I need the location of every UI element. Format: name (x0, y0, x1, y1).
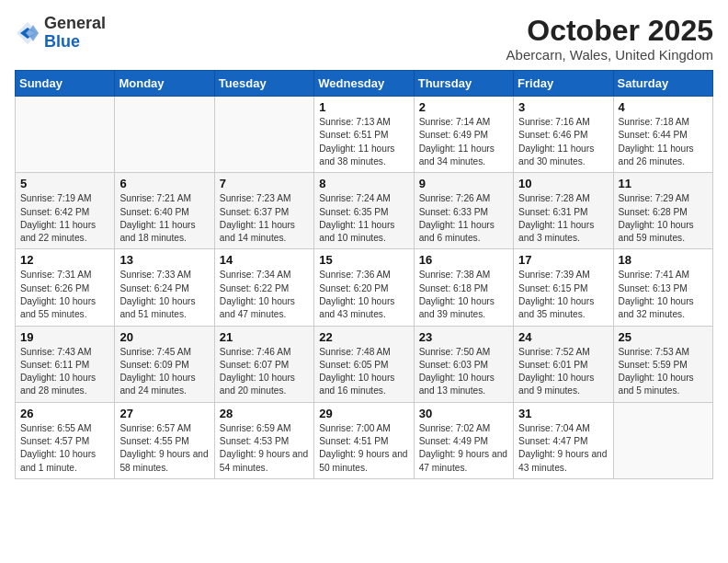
calendar-cell: 3Sunrise: 7:16 AM Sunset: 6:46 PM Daylig… (514, 97, 613, 173)
logo-blue: Blue (44, 32, 80, 51)
day-number: 4 (619, 100, 708, 114)
day-info: Sunrise: 7:14 AM Sunset: 6:49 PM Dayligh… (419, 116, 508, 168)
calendar-cell: 1Sunrise: 7:13 AM Sunset: 6:51 PM Daylig… (314, 97, 414, 173)
calendar-cell (214, 97, 313, 173)
calendar-cell: 29Sunrise: 7:00 AM Sunset: 4:51 PM Dayli… (314, 402, 414, 478)
day-number: 14 (220, 253, 309, 267)
day-info: Sunrise: 7:02 AM Sunset: 4:49 PM Dayligh… (419, 422, 508, 475)
weekday-header: Tuesday (214, 71, 313, 97)
day-info: Sunrise: 7:36 AM Sunset: 6:20 PM Dayligh… (319, 269, 408, 321)
logo-icon (15, 20, 40, 46)
calendar-cell: 20Sunrise: 7:45 AM Sunset: 6:09 PM Dayli… (115, 326, 214, 402)
day-info: Sunrise: 7:31 AM Sunset: 6:26 PM Dayligh… (20, 269, 109, 321)
calendar-cell: 10Sunrise: 7:28 AM Sunset: 6:31 PM Dayli… (514, 173, 613, 249)
day-number: 2 (419, 100, 508, 114)
calendar-week-row: 19Sunrise: 7:43 AM Sunset: 6:11 PM Dayli… (16, 326, 713, 402)
calendar-cell: 15Sunrise: 7:36 AM Sunset: 6:20 PM Dayli… (314, 249, 414, 326)
calendar-cell: 13Sunrise: 7:33 AM Sunset: 6:24 PM Dayli… (115, 249, 214, 326)
calendar-cell: 24Sunrise: 7:52 AM Sunset: 6:01 PM Dayli… (514, 326, 613, 402)
calendar-cell: 11Sunrise: 7:29 AM Sunset: 6:28 PM Dayli… (613, 173, 712, 249)
logo-text: General Blue (44, 15, 106, 52)
calendar-cell: 8Sunrise: 7:24 AM Sunset: 6:35 PM Daylig… (314, 173, 414, 249)
day-info: Sunrise: 7:39 AM Sunset: 6:15 PM Dayligh… (518, 269, 608, 321)
calendar-cell: 26Sunrise: 6:55 AM Sunset: 4:57 PM Dayli… (16, 402, 115, 478)
day-number: 27 (119, 407, 209, 420)
day-number: 6 (119, 177, 209, 190)
day-number: 5 (20, 177, 109, 190)
day-info: Sunrise: 7:50 AM Sunset: 6:03 PM Dayligh… (419, 346, 508, 398)
day-info: Sunrise: 7:16 AM Sunset: 6:46 PM Dayligh… (518, 116, 608, 168)
day-info: Sunrise: 7:00 AM Sunset: 4:51 PM Dayligh… (319, 422, 408, 475)
day-info: Sunrise: 7:48 AM Sunset: 6:05 PM Dayligh… (319, 346, 408, 398)
day-number: 24 (518, 330, 608, 344)
logo: General Blue (15, 15, 106, 52)
weekday-header: Saturday (613, 71, 712, 97)
calendar-cell (16, 97, 115, 173)
calendar-cell (613, 402, 712, 478)
day-number: 31 (518, 407, 608, 420)
location-title: Abercarn, Wales, United Kingdom (506, 47, 713, 63)
calendar-cell: 17Sunrise: 7:39 AM Sunset: 6:15 PM Dayli… (514, 249, 613, 326)
calendar-week-row: 12Sunrise: 7:31 AM Sunset: 6:26 PM Dayli… (16, 249, 713, 326)
logo-general: General (44, 14, 106, 32)
day-number: 13 (119, 253, 209, 267)
day-info: Sunrise: 7:04 AM Sunset: 4:47 PM Dayligh… (518, 422, 608, 475)
calendar-cell: 31Sunrise: 7:04 AM Sunset: 4:47 PM Dayli… (514, 402, 613, 478)
day-info: Sunrise: 7:19 AM Sunset: 6:42 PM Dayligh… (20, 192, 109, 245)
day-info: Sunrise: 7:45 AM Sunset: 6:09 PM Dayligh… (119, 346, 209, 398)
day-info: Sunrise: 7:18 AM Sunset: 6:44 PM Dayligh… (619, 116, 708, 168)
weekday-header-row: SundayMondayTuesdayWednesdayThursdayFrid… (16, 71, 713, 97)
day-number: 30 (419, 407, 508, 420)
day-info: Sunrise: 7:53 AM Sunset: 5:59 PM Dayligh… (619, 346, 708, 398)
calendar-cell: 28Sunrise: 6:59 AM Sunset: 4:53 PM Dayli… (214, 402, 313, 478)
calendar-cell: 27Sunrise: 6:57 AM Sunset: 4:55 PM Dayli… (115, 402, 214, 478)
calendar-cell: 12Sunrise: 7:31 AM Sunset: 6:26 PM Dayli… (16, 249, 115, 326)
day-number: 9 (419, 177, 508, 190)
calendar-week-row: 5Sunrise: 7:19 AM Sunset: 6:42 PM Daylig… (16, 173, 713, 249)
calendar-cell: 14Sunrise: 7:34 AM Sunset: 6:22 PM Dayli… (214, 249, 313, 326)
calendar-cell: 5Sunrise: 7:19 AM Sunset: 6:42 PM Daylig… (16, 173, 115, 249)
day-info: Sunrise: 6:59 AM Sunset: 4:53 PM Dayligh… (220, 422, 309, 475)
day-number: 20 (119, 330, 209, 344)
calendar-cell: 22Sunrise: 7:48 AM Sunset: 6:05 PM Dayli… (314, 326, 414, 402)
calendar-cell: 18Sunrise: 7:41 AM Sunset: 6:13 PM Dayli… (613, 249, 712, 326)
day-info: Sunrise: 7:41 AM Sunset: 6:13 PM Dayligh… (619, 269, 708, 321)
calendar-cell: 25Sunrise: 7:53 AM Sunset: 5:59 PM Dayli… (613, 326, 712, 402)
calendar-week-row: 26Sunrise: 6:55 AM Sunset: 4:57 PM Dayli… (16, 402, 713, 478)
day-info: Sunrise: 7:26 AM Sunset: 6:33 PM Dayligh… (419, 192, 508, 245)
calendar-cell: 23Sunrise: 7:50 AM Sunset: 6:03 PM Dayli… (414, 326, 513, 402)
day-info: Sunrise: 7:23 AM Sunset: 6:37 PM Dayligh… (220, 192, 309, 245)
day-number: 11 (619, 177, 708, 190)
calendar-cell: 16Sunrise: 7:38 AM Sunset: 6:18 PM Dayli… (414, 249, 513, 326)
day-number: 15 (319, 253, 408, 267)
day-number: 17 (518, 253, 608, 267)
day-info: Sunrise: 7:29 AM Sunset: 6:28 PM Dayligh… (619, 192, 708, 245)
calendar-cell: 9Sunrise: 7:26 AM Sunset: 6:33 PM Daylig… (414, 173, 513, 249)
day-info: Sunrise: 7:52 AM Sunset: 6:01 PM Dayligh… (518, 346, 608, 398)
day-info: Sunrise: 7:43 AM Sunset: 6:11 PM Dayligh… (20, 346, 109, 398)
day-number: 26 (20, 407, 109, 420)
day-info: Sunrise: 7:33 AM Sunset: 6:24 PM Dayligh… (119, 269, 209, 321)
weekday-header: Sunday (16, 71, 115, 97)
day-number: 22 (319, 330, 408, 344)
day-info: Sunrise: 6:57 AM Sunset: 4:55 PM Dayligh… (119, 422, 209, 475)
calendar-cell: 4Sunrise: 7:18 AM Sunset: 6:44 PM Daylig… (613, 97, 712, 173)
month-title: October 2025 (506, 15, 713, 47)
day-number: 8 (319, 177, 408, 190)
day-info: Sunrise: 7:21 AM Sunset: 6:40 PM Dayligh… (119, 192, 209, 245)
calendar-week-row: 1Sunrise: 7:13 AM Sunset: 6:51 PM Daylig… (16, 97, 713, 173)
calendar-cell: 19Sunrise: 7:43 AM Sunset: 6:11 PM Dayli… (16, 326, 115, 402)
day-number: 18 (619, 253, 708, 267)
title-block: October 2025 Abercarn, Wales, United Kin… (506, 15, 713, 63)
calendar-cell: 2Sunrise: 7:14 AM Sunset: 6:49 PM Daylig… (414, 97, 513, 173)
day-number: 7 (220, 177, 309, 190)
day-info: Sunrise: 7:28 AM Sunset: 6:31 PM Dayligh… (518, 192, 608, 245)
day-number: 21 (220, 330, 309, 344)
day-number: 29 (319, 407, 408, 420)
day-number: 28 (220, 407, 309, 420)
day-number: 23 (419, 330, 508, 344)
calendar-cell (115, 97, 214, 173)
day-number: 3 (518, 100, 608, 114)
calendar-cell: 30Sunrise: 7:02 AM Sunset: 4:49 PM Dayli… (414, 402, 513, 478)
calendar-table: SundayMondayTuesdayWednesdayThursdayFrid… (15, 70, 713, 479)
